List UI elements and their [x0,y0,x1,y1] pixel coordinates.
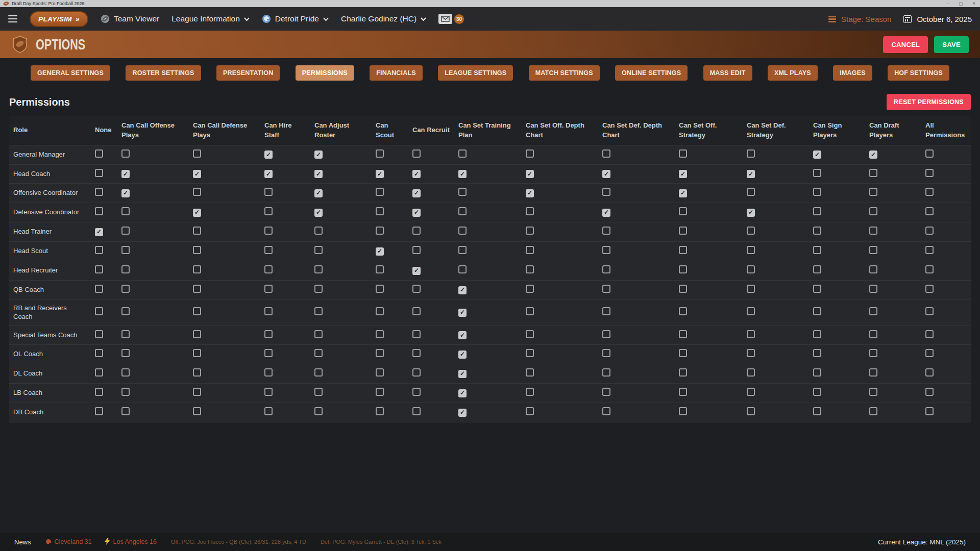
permission-checkbox[interactable] [376,265,384,273]
permission-checkbox[interactable]: ✓ [193,209,201,217]
permission-checkbox[interactable] [869,368,877,377]
permission-checkbox[interactable] [869,285,877,293]
permission-checkbox[interactable] [412,368,421,377]
permission-checkbox[interactable] [813,246,821,254]
permission-checkbox[interactable] [602,246,610,254]
permission-checkbox[interactable] [376,307,384,315]
permission-checkbox[interactable] [925,169,934,177]
permission-checkbox[interactable] [869,407,877,415]
permission-checkbox[interactable] [412,349,421,357]
play-sim-button[interactable]: PLAY/SIM » [30,11,88,27]
permission-checkbox[interactable] [121,265,130,273]
permission-checkbox[interactable] [314,349,323,357]
permission-checkbox[interactable] [526,388,534,396]
permission-checkbox[interactable] [121,149,130,158]
permission-checkbox[interactable]: ✓ [314,189,323,197]
permission-checkbox[interactable]: ✓ [264,170,273,178]
permission-checkbox[interactable] [376,407,384,415]
permission-checkbox[interactable] [925,188,934,196]
nav-league-information[interactable]: League Information [172,14,250,23]
mail-button[interactable]: 30 [438,14,464,24]
tab-images[interactable]: IMAGES [833,65,872,81]
permission-checkbox[interactable] [526,227,534,235]
permission-checkbox[interactable] [376,330,384,338]
permission-checkbox[interactable] [813,307,821,315]
permission-checkbox[interactable] [679,368,687,377]
permission-checkbox[interactable] [679,149,687,158]
permission-checkbox[interactable] [925,407,934,415]
permission-checkbox[interactable] [264,285,273,293]
permission-checkbox[interactable] [95,285,103,293]
permission-checkbox[interactable] [95,330,103,338]
permission-checkbox[interactable] [95,349,103,357]
permission-checkbox[interactable] [526,265,534,273]
permission-checkbox[interactable] [121,307,130,315]
permission-checkbox[interactable] [412,307,421,315]
permission-checkbox[interactable]: ✓ [458,309,467,317]
permission-checkbox[interactable]: ✓ [526,189,534,197]
permission-checkbox[interactable] [602,227,610,235]
permission-checkbox[interactable] [314,407,323,415]
permission-checkbox[interactable] [747,307,755,315]
permission-checkbox[interactable]: ✓ [747,209,755,217]
permission-checkbox[interactable]: ✓ [376,170,384,178]
permission-checkbox[interactable] [747,265,755,273]
permission-checkbox[interactable]: ✓ [458,389,467,397]
permission-checkbox[interactable] [813,188,821,196]
permission-checkbox[interactable] [925,330,934,338]
tab-league-settings[interactable]: LEAGUE SETTINGS [438,65,513,81]
permission-checkbox[interactable] [121,349,130,357]
permission-checkbox[interactable] [526,407,534,415]
permission-checkbox[interactable]: ✓ [458,350,467,359]
permission-checkbox[interactable] [314,246,323,254]
permission-checkbox[interactable]: ✓ [526,170,534,178]
permission-checkbox[interactable] [412,330,421,338]
permission-checkbox[interactable] [412,246,421,254]
permission-checkbox[interactable] [925,227,934,235]
permission-checkbox[interactable] [869,188,877,196]
permission-checkbox[interactable] [412,149,421,158]
permission-checkbox[interactable] [264,188,273,196]
permission-checkbox[interactable] [458,207,467,215]
permission-checkbox[interactable] [314,285,323,293]
permission-checkbox[interactable] [376,207,384,215]
tab-general-settings[interactable]: GENERAL SETTINGS [31,65,110,81]
permission-checkbox[interactable] [376,227,384,235]
permission-checkbox[interactable] [264,368,273,377]
permission-checkbox[interactable] [95,407,103,415]
menu-icon[interactable] [8,15,17,22]
permission-checkbox[interactable] [526,149,534,158]
permission-checkbox[interactable] [813,265,821,273]
nav-user-selector[interactable]: Charlie Godinez (HC) [341,14,426,23]
permission-checkbox[interactable] [121,388,130,396]
permission-checkbox[interactable] [193,149,201,158]
permission-checkbox[interactable] [264,388,273,396]
permission-checkbox[interactable] [95,169,103,177]
permission-checkbox[interactable] [747,349,755,357]
permission-checkbox[interactable]: ✓ [458,370,467,378]
tab-mass-edit[interactable]: MASS EDIT [703,65,752,81]
permission-checkbox[interactable]: ✓ [679,189,687,197]
permission-checkbox[interactable] [526,368,534,377]
permission-checkbox[interactable]: ✓ [813,151,821,159]
permission-checkbox[interactable] [264,265,273,273]
permission-checkbox[interactable]: ✓ [376,247,384,256]
permission-checkbox[interactable]: ✓ [747,170,755,178]
permission-checkbox[interactable] [314,368,323,377]
permission-checkbox[interactable]: ✓ [679,170,687,178]
permission-checkbox[interactable]: ✓ [412,267,421,275]
permission-checkbox[interactable] [121,227,130,235]
permission-checkbox[interactable] [95,368,103,377]
permission-checkbox[interactable] [925,149,934,158]
permission-checkbox[interactable]: ✓ [412,170,421,178]
permission-checkbox[interactable] [95,246,103,254]
permission-checkbox[interactable] [679,349,687,357]
permission-checkbox[interactable]: ✓ [95,228,103,236]
permission-checkbox[interactable] [458,149,467,158]
permission-checkbox[interactable] [679,246,687,254]
permission-checkbox[interactable] [193,307,201,315]
permission-checkbox[interactable] [193,388,201,396]
permission-checkbox[interactable] [193,188,201,196]
permission-checkbox[interactable] [376,149,384,158]
permission-checkbox[interactable] [526,285,534,293]
